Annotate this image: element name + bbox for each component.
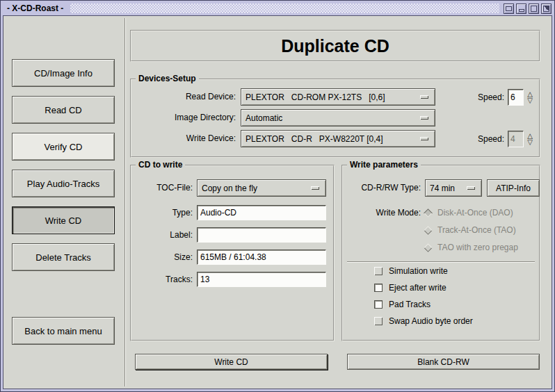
write-speed-input (508, 131, 524, 147)
radio-label: Track-At-Once (TAO) (437, 225, 516, 235)
sidebar-item-read-cd[interactable]: Read CD (12, 96, 115, 124)
checkbox-icon (374, 284, 383, 292)
shade-icon (543, 6, 549, 12)
window-menu-button[interactable] (504, 3, 514, 14)
toc-file-dropdown[interactable]: Copy on the fly (197, 179, 326, 197)
checkbox-eject-after-write[interactable]: Eject after write (374, 283, 447, 293)
atip-info-button[interactable]: ATIP-Info (487, 179, 540, 197)
tracks-label: Tracks: (131, 272, 193, 287)
image-directory-value: Automatic (241, 113, 282, 123)
read-speed-spinner: △ ▽ (525, 91, 535, 104)
image-directory-label: Image Directory: (131, 109, 236, 126)
maximize-button[interactable] (529, 3, 539, 14)
radio-tao-zero-pregap[interactable]: TAO with zero pregap (425, 243, 518, 252)
type-label: Type: (131, 205, 193, 220)
size-input[interactable] (197, 250, 326, 265)
devices-setup-frame-label: Devices-Setup (136, 74, 199, 83)
sidebar-item-delete-tracks[interactable]: Delete Tracks (12, 243, 115, 271)
write-parameters-frame-label: Write parameters (347, 160, 421, 170)
write-parameters-frame: Write parameters CD-R/RW Type: 74 min AT… (341, 165, 540, 341)
window-title: - X-CD-Roast - (3, 3, 70, 13)
back-to-main-menu-button[interactable]: Back to main menu (12, 317, 115, 345)
spin-down-icon[interactable]: ▽ (525, 139, 535, 145)
write-device-dropdown[interactable]: PLEXTOR CD-R PX-W8220T [0,4] (241, 130, 435, 147)
checkbox-label: Pad Tracks (389, 300, 431, 309)
write-speed-label: Speed: (478, 134, 504, 144)
sidebar-item-verify-cd[interactable]: Verify CD (12, 133, 115, 161)
titlebar-pattern[interactable] (70, 3, 499, 13)
checkbox-icon (374, 267, 383, 275)
write-device-value: PLEXTOR CD-R PX-W8220T [0,4] (241, 134, 383, 144)
read-device-label: Read Device: (131, 88, 236, 106)
radio-diamond-icon (424, 243, 433, 252)
write-parameters-separator (347, 261, 535, 263)
sidebar-separator (124, 18, 126, 386)
main-content: CD/Image Info Read CD Verify CD Play Aud… (3, 15, 552, 389)
checkbox-icon (374, 317, 383, 325)
sidebar-item-write-cd[interactable]: Write CD (12, 206, 115, 234)
size-label: Size: (131, 250, 193, 265)
cdrw-type-label: CD-R/RW Type: (343, 179, 421, 197)
option-menu-indicator-icon (467, 186, 475, 190)
radio-label: TAO with zero pregap (437, 243, 518, 252)
image-directory-dropdown[interactable]: Automatic (241, 109, 435, 126)
toc-file-value: Copy on the fly (198, 183, 257, 193)
checkbox-simulation-write[interactable]: Simulation write (374, 266, 448, 276)
option-menu-indicator-icon (311, 186, 319, 190)
devices-setup-frame: Devices-Setup Read Device: PLEXTOR CD-RO… (130, 79, 540, 158)
spin-down-icon[interactable]: ▽ (525, 97, 535, 104)
sidebar-item-cd-image-info[interactable]: CD/Image Info (12, 59, 115, 87)
checkbox-icon (374, 300, 383, 309)
write-device-label: Write Device: (131, 130, 236, 147)
read-speed-input[interactable] (508, 89, 524, 106)
radio-track-at-once[interactable]: Track-At-Once (TAO) (425, 225, 516, 235)
write-cd-button[interactable]: Write CD (135, 354, 328, 370)
checkbox-label: Swap Audio byte order (389, 316, 473, 326)
page-title-frame: Duplicate CD (130, 30, 540, 62)
option-menu-indicator-icon (420, 137, 428, 140)
label-input[interactable] (197, 227, 326, 243)
label-label: Label: (131, 227, 193, 243)
shade-button[interactable] (541, 3, 552, 14)
type-input[interactable] (197, 205, 326, 220)
write-mode-label: Write Mode: (343, 204, 421, 222)
tracks-input[interactable] (197, 272, 326, 287)
toc-file-label: TOC-File: (131, 179, 193, 197)
sidebar-item-play-audio-tracks[interactable]: Play Audio-Tracks (12, 170, 115, 197)
radio-label: Disk-At-Once (DAO) (437, 208, 513, 218)
cd-to-write-frame: CD to write TOC-File: Copy on the fly Ty… (130, 165, 335, 341)
radio-disk-at-once[interactable]: Disk-At-Once (DAO) (425, 208, 513, 218)
cdrw-type-value: 74 min (426, 183, 455, 193)
window-controls (504, 3, 552, 14)
titlebar[interactable]: - X-CD-Roast - (3, 2, 552, 15)
blank-cdrw-button[interactable]: Blank CD-RW (347, 354, 540, 370)
read-speed-group: Speed: △ ▽ (478, 88, 535, 106)
radio-diamond-icon (424, 226, 433, 235)
checkbox-pad-tracks[interactable]: Pad Tracks (374, 300, 431, 309)
write-speed-spinner: △ ▽ (525, 133, 535, 145)
xcdroast-window: - X-CD-Roast - CD/Image Info Read CD Ver… (0, 0, 555, 392)
option-menu-indicator-icon (420, 95, 428, 99)
write-speed-group: Speed: △ ▽ (478, 130, 535, 147)
read-speed-label: Speed: (478, 92, 504, 102)
cdrw-type-dropdown[interactable]: 74 min (425, 179, 482, 197)
read-device-value: PLEXTOR CD-ROM PX-12TS [0,6] (241, 92, 385, 102)
minimize-icon (519, 9, 524, 12)
cd-to-write-frame-label: CD to write (136, 160, 185, 170)
maximize-icon (531, 6, 537, 12)
radio-diamond-icon (424, 209, 433, 218)
option-menu-indicator-icon (420, 116, 428, 120)
checkbox-swap-audio-byte-order[interactable]: Swap Audio byte order (374, 316, 473, 326)
checkbox-label: Simulation write (389, 266, 448, 276)
page-title: Duplicate CD (281, 36, 389, 56)
checkbox-label: Eject after write (389, 283, 447, 293)
minimize-button[interactable] (516, 3, 526, 14)
read-device-dropdown[interactable]: PLEXTOR CD-ROM PX-12TS [0,6] (241, 88, 435, 106)
window-menu-icon (506, 6, 512, 11)
